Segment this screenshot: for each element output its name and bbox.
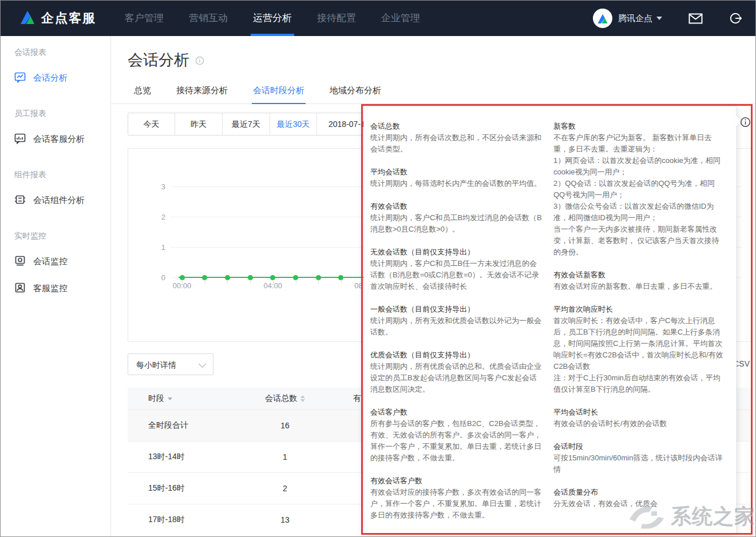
definition-session-total: 会话总数 统计周期内，所有会话次数总和，不区分会话来源和会话类型。 xyxy=(370,121,542,155)
definition-body: 有效会话的会话时长/有效的会话数 xyxy=(553,418,725,429)
x-axis-tick: 00:00 xyxy=(173,281,192,290)
sidebar-section-staff-reports: 员工报表 xyxy=(14,109,110,119)
tab-bar: 总览 接待来源分析 会话时段分析 地域分布分析 xyxy=(111,81,755,104)
sidebar-item-component-analysis[interactable]: 会话组件分析 xyxy=(14,194,110,207)
definition-title: 平均首次响应时长 xyxy=(553,304,725,315)
sidebar-item-label: 会话客服分析 xyxy=(33,134,85,145)
cell-total: 16 xyxy=(248,421,322,430)
definition-title: 会话时段 xyxy=(553,441,725,452)
user-menu[interactable]: 腾讯企点 xyxy=(618,13,662,24)
agent-monitor-icon xyxy=(14,282,26,295)
column-label: 有 xyxy=(353,393,361,403)
cell-period: 全时段合计 xyxy=(128,420,248,431)
definition-title: 有效会话数 xyxy=(370,201,542,212)
x-axis-tick: 04:00 xyxy=(264,281,283,290)
tab-reception-source[interactable]: 接待来源分析 xyxy=(175,81,229,104)
nav-item-enterprise[interactable]: 企业管理 xyxy=(380,1,421,36)
session-monitor-icon xyxy=(14,255,26,268)
definition-body: 统计周期内，每筛选时长内产生的会话数的平均值。 xyxy=(370,178,542,189)
definition-quality-distribution: 会话质量分布 分无效会话，有效会话，优质会 xyxy=(553,487,725,510)
sidebar-item-label: 会话分析 xyxy=(33,73,68,83)
definition-title: 优质会话数（目前仅支持导出） xyxy=(370,349,542,361)
column-header-total[interactable]: 会话总数 xyxy=(248,393,322,404)
cell-total: 2 xyxy=(248,484,322,493)
nav-item-marketing[interactable]: 营销互动 xyxy=(188,1,229,36)
definition-title: 会话客户数 xyxy=(370,407,542,418)
definition-body: 统计周期内，客户C和员工B任一方未发过消息的会话数（B消息数=0或C消息数=0）… xyxy=(370,258,542,292)
definition-avg-session-duration: 平均会话时长 有效会话的会话时长/有效的会话数 xyxy=(553,407,725,429)
nav-item-reception[interactable]: 接待配置 xyxy=(316,1,357,36)
y-axis-tick: 1 xyxy=(143,243,165,252)
definition-new-customers: 新客数 不在客户库的客户记为新客。 新客数计算单日去重，多日不去重。去重逻辑为：… xyxy=(553,121,725,258)
user-name-label: 腾讯企点 xyxy=(618,13,652,24)
title-info-icon[interactable] xyxy=(195,51,204,69)
cell-total: 13 xyxy=(248,515,322,524)
definition-title: 平均会话时长 xyxy=(553,407,725,418)
brand-name: 企点客服 xyxy=(41,10,96,27)
definition-title: 平均会话数 xyxy=(370,166,542,178)
tab-session-period[interactable]: 会话时段分析 xyxy=(252,81,306,104)
filter-last7days[interactable]: 最近7天 xyxy=(222,113,270,135)
definition-body: 所有参与会话的客户数，包括B2C、C2B会话类型，有效、无效会话的所有客户。多次… xyxy=(370,418,542,464)
definition-title: 有效会话新客数 xyxy=(553,269,725,281)
logout-icon[interactable] xyxy=(729,12,742,25)
cell-period: 17时-18时 xyxy=(128,515,248,525)
definition-body: 有效会话对应的新客数。单日去重，多日不去重。 xyxy=(553,281,725,292)
sidebar-item-agent-session-analysis[interactable]: 会话客服分析 xyxy=(14,133,110,146)
definition-valid-sessions: 有效会话数 统计周期内，客户C和员工B均发过消息的会话数（B消息数>0且C消息数… xyxy=(370,201,542,235)
definition-body: 分无效会话，有效会话，优质会 xyxy=(553,498,725,510)
definition-body: 不在客户库的客户记为新客。 新客数计算单日去重，多日不去重。去重逻辑为： 1）网… xyxy=(553,132,725,258)
detail-granularity-select[interactable]: 每小时详情 xyxy=(128,353,213,375)
definition-body: 统计周期内，所有无效和优质会话数以外记为一般会话数。 xyxy=(370,315,542,338)
definition-general-sessions: 一般会话数（目前仅支持导出） 统计周期内，所有无效和优质会话数以外记为一般会话数… xyxy=(370,304,542,338)
column-label: 时段 xyxy=(148,393,164,403)
date-filter-group: 今天 昨天 最近7天 最近30天 2018-07-1 xyxy=(128,113,403,136)
metric-definitions-tooltip: 会话总数 统计周期内，所有会话次数总和，不区分会话来源和会话类型。 平均会话数 … xyxy=(363,106,737,534)
sidebar-item-session-analysis[interactable]: 会话分析 xyxy=(14,71,110,85)
definition-body: 统计周期内，所有会话次数总和，不区分会话来源和会话类型。 xyxy=(370,132,542,155)
y-axis-tick: 2 xyxy=(143,213,165,221)
cell-total: 1 xyxy=(248,452,322,462)
filter-yesterday[interactable]: 昨天 xyxy=(175,113,222,135)
filter-last30days[interactable]: 最近30天 xyxy=(270,113,316,135)
cell-period: 13时-14时 xyxy=(128,452,248,462)
definition-body: 首次响应时长：有效会话中，客户C每次上行消息后，员工B下行消息的时间间隔。如果C… xyxy=(553,315,725,395)
definition-body: 有效会话对应的接待客户数，多次有效会话的同一客户，算作一个客户，不重复累加。单日… xyxy=(370,487,542,521)
nav-item-operations[interactable]: 运营分析 xyxy=(252,1,293,36)
cell-period: 15时-16时 xyxy=(128,483,248,494)
definition-body: 可按15min/30min/60min筛选，统计该时段内会话详情 xyxy=(553,452,725,475)
navbar-right: 腾讯企点 xyxy=(593,9,742,28)
tooltip-left-column: 会话总数 统计周期内，所有会话次数总和，不区分会话来源和会话类型。 平均会话数 … xyxy=(370,121,542,533)
definition-avg-sessions: 平均会话数 统计周期内，每筛选时长内产生的会话数的平均值。 xyxy=(370,166,542,189)
component-icon xyxy=(14,194,26,207)
definition-avg-first-response: 平均首次响应时长 首次响应时长：有效会话中，客户C每次上行消息后，员工B下行消息… xyxy=(553,304,725,395)
sidebar-item-label: 会话组件分析 xyxy=(33,195,85,206)
chat-bars-icon xyxy=(14,133,26,146)
tooltip-right-column: 新客数 不在客户库的客户记为新客。 新客数计算单日去重，多日不去重。去重逻辑为：… xyxy=(553,121,725,533)
brand[interactable]: 企点客服 xyxy=(19,10,96,27)
tab-overview[interactable]: 总览 xyxy=(133,81,152,104)
sidebar-section-realtime: 实时监控 xyxy=(14,231,110,241)
definition-title: 会话质量分布 xyxy=(553,487,725,498)
column-header-period[interactable]: 时段 xyxy=(128,393,248,404)
definition-valid-session-customers: 有效会话客户数 有效会话对应的接待客户数，多次有效会话的同一客户，算作一个客户，… xyxy=(370,475,542,521)
definition-title: 新客数 xyxy=(553,121,725,132)
filter-today[interactable]: 今天 xyxy=(128,113,175,135)
avatar[interactable] xyxy=(593,9,612,28)
page-title-text: 会话分析 xyxy=(128,50,189,70)
sidebar-item-session-monitor[interactable]: 会话监控 xyxy=(14,255,110,268)
mail-icon[interactable] xyxy=(688,13,703,24)
select-value: 每小时详情 xyxy=(136,360,176,369)
chevron-down-icon xyxy=(656,17,662,20)
tab-region-distribution[interactable]: 地域分布分析 xyxy=(328,81,382,104)
sidebar-item-agent-monitor[interactable]: 客服监控 xyxy=(14,282,110,295)
sidebar-item-label: 会话监控 xyxy=(33,256,68,267)
sort-desc-icon xyxy=(168,397,172,400)
definition-title: 无效会话数（目前仅支持导出） xyxy=(370,246,542,258)
column-label: 会话总数 xyxy=(265,393,297,403)
chevron-down-icon xyxy=(199,360,206,368)
sidebar-item-label: 客服监控 xyxy=(33,283,68,294)
page-title: 会话分析 xyxy=(128,50,204,70)
chart-info-icon[interactable] xyxy=(740,117,751,130)
nav-item-customer[interactable]: 客户管理 xyxy=(124,1,165,36)
